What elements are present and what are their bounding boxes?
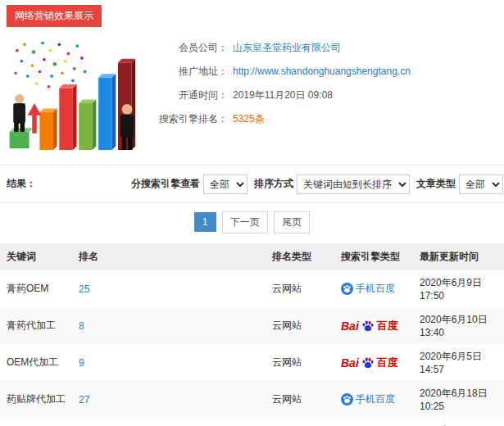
baidu-logo: Bai百度: [341, 356, 398, 370]
next-page-button[interactable]: 下一页: [222, 211, 268, 233]
info-row-company: 会员公司： 山东皇圣堂药业有限公司: [146, 40, 497, 55]
top-section: 会员公司： 山东皇圣堂药业有限公司 推广地址： http://www.shand…: [0, 27, 504, 165]
bar-orange: [39, 108, 57, 150]
rank-type-cell: 云网站: [266, 307, 334, 344]
promo-url-label: 推广地址：: [146, 64, 228, 79]
baidu-latin-label: Bai: [341, 320, 359, 333]
mobile-baidu-icon: [341, 393, 353, 406]
result-label: 结果：: [7, 177, 36, 191]
engine-filter-label: 分搜索引擎查看: [131, 177, 200, 191]
table-row: 膏药OEM25云网站手机百度2020年6月9日 17:50: [0, 270, 504, 307]
results-table: 关键词 排名 排名类型 搜索引擎类型 最新更新时间 膏药OEM25云网站手机百度…: [0, 243, 504, 426]
baidu-latin-label: Bai: [341, 356, 359, 369]
mobile-baidu-brand: 手机百度: [341, 392, 395, 406]
rank-count-value: 5325条: [233, 111, 265, 126]
engine-type-cell: Bai百度: [334, 344, 413, 381]
updated-cell: 2020年6月9日 17:50: [413, 270, 504, 307]
rank-type-cell: 云网站: [266, 344, 334, 381]
rank-type-cell: 云网站: [266, 270, 334, 307]
keyword-cell: 药贴牌代加工: [0, 381, 72, 418]
baidu-logo: Bai百度: [341, 319, 398, 333]
mobile-baidu-label: 手机百度: [356, 392, 395, 406]
engine-type-cell: Bai百度: [334, 418, 413, 426]
engine-filter-select[interactable]: 全部: [203, 174, 247, 194]
updated-cell: 2020年6月11日 11:18: [413, 418, 504, 426]
baidu-cn-label: 百度: [377, 356, 398, 370]
keyword-cell: OEM代加工: [0, 344, 72, 381]
article-type-label: 文章类型: [416, 177, 456, 191]
sort-mode-select[interactable]: 关键词由短到长排序: [297, 174, 410, 194]
keyword-cell: 膏药代加工: [0, 307, 72, 344]
info-row-open-time: 开通时间： 2019年11月20日 09:08: [146, 88, 497, 102]
bar-red: [59, 84, 76, 150]
rank-link[interactable]: 27: [79, 394, 89, 406]
filter-controls: 分搜索引擎查看 全部 排序方式 关键词由短到长排序 文章类型 全部 提交: [125, 173, 504, 195]
open-time-label: 开通时间：: [146, 88, 228, 102]
member-info-list: 会员公司： 山东皇圣堂药业有限公司 推广地址： http://www.shand…: [146, 32, 497, 156]
table-body: 膏药OEM25云网站手机百度2020年6月9日 17:50膏药代加工8云网站Ba…: [0, 270, 504, 426]
page-1-button[interactable]: 1: [194, 212, 216, 232]
last-page-button[interactable]: 尾页: [274, 211, 310, 233]
table-row: 膏药代加工8云网站Bai百度2020年6月10日 13:40: [0, 307, 504, 344]
marketing-chart-image: [7, 32, 146, 156]
mobile-baidu-brand: 手机百度: [341, 282, 395, 296]
confetti-dots: [14, 42, 86, 88]
table-row: 药贴牌代加工27云网站手机百度2020年6月18日 10:25: [0, 381, 504, 418]
header-rank-type: 排名类型: [266, 243, 334, 270]
rank-type-cell: 云网站: [266, 418, 334, 426]
mobile-baidu-icon: [341, 283, 353, 295]
header-rank: 排名: [72, 243, 266, 270]
rank-count-label: 搜索引擎排名：: [146, 111, 228, 126]
engine-type-cell: 手机百度: [334, 270, 413, 307]
updated-cell: 2020年6月10日 13:40: [413, 307, 504, 344]
open-time-value: 2019年11月20日 09:08: [233, 88, 333, 102]
promo-url-link[interactable]: http://www.shandonghuangshengtang.cn: [233, 64, 411, 79]
company-label: 会员公司：: [146, 40, 228, 55]
baidu-cn-label: 百度: [377, 319, 398, 333]
page-title-tab: 网络营销效果展示: [7, 5, 102, 27]
rank-cell: 1: [72, 418, 266, 426]
baidu-paw-icon: [361, 356, 375, 369]
table-header: 关键词 排名 排名类型 搜索引擎类型 最新更新时间: [0, 243, 504, 270]
page-container: 网络营销效果展示: [0, 0, 504, 426]
info-row-url: 推广地址： http://www.shandonghuangshengtang.…: [146, 64, 497, 79]
company-name-link[interactable]: 山东皇圣堂药业有限公司: [233, 40, 341, 55]
rank-link[interactable]: 8: [79, 320, 84, 332]
baidu-paw-icon: [361, 320, 375, 333]
rank-link[interactable]: 25: [79, 283, 89, 295]
header-keyword: 关键词: [0, 243, 72, 270]
keyword-cell: 北京膏药贴牌: [0, 418, 72, 426]
rank-type-cell: 云网站: [266, 381, 334, 418]
updated-cell: 2020年6月18日 10:25: [413, 381, 504, 418]
table-row: OEM代加工9云网站Bai百度2020年6月5日 14:57: [0, 344, 504, 381]
rank-cell: 25: [72, 270, 266, 307]
pagination: 1 下一页 尾页: [0, 203, 504, 243]
rank-cell: 27: [72, 381, 266, 418]
rank-link[interactable]: 9: [79, 357, 84, 369]
header-updated: 最新更新时间: [413, 243, 504, 270]
bar-blue: [98, 74, 116, 150]
mobile-baidu-label: 手机百度: [356, 282, 395, 296]
bar-green: [79, 99, 96, 150]
article-type-select[interactable]: 全部: [459, 174, 503, 194]
info-row-rank-count: 搜索引擎排名： 5325条: [146, 111, 497, 126]
updated-cell: 2020年6月5日 14:57: [413, 344, 504, 381]
header-engine-type: 搜索引擎类型: [334, 243, 413, 270]
filter-bar: 结果： 分搜索引擎查看 全部 排序方式 关键词由短到长排序 文章类型 全部 提交: [0, 165, 504, 203]
sort-mode-label: 排序方式: [254, 177, 293, 191]
engine-type-cell: Bai百度: [334, 307, 413, 344]
engine-type-cell: 手机百度: [334, 381, 413, 418]
table-row: 北京膏药贴牌1云网站Bai百度2020年6月11日 11:18: [0, 418, 504, 426]
keyword-cell: 膏药OEM: [0, 270, 72, 307]
rank-cell: 9: [72, 344, 266, 381]
rank-cell: 8: [72, 307, 266, 344]
businessman-left: [10, 94, 33, 148]
